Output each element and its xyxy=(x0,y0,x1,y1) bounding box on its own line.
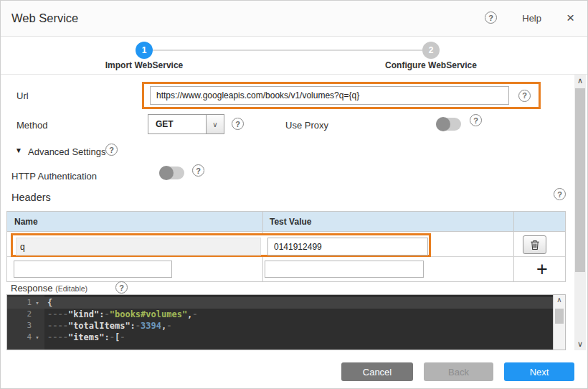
code-text: ----"items":-[- xyxy=(44,332,125,343)
advanced-settings-label[interactable]: Advanced Settings xyxy=(28,146,105,157)
add-header-row-button[interactable]: + xyxy=(531,258,553,281)
editor-gutter: 4▾ xyxy=(7,332,44,343)
editor-line[interactable]: 2----"kind":-"books#volumes",- xyxy=(7,309,553,320)
method-select[interactable]: GET ∨ xyxy=(148,114,224,134)
editor-gutter: 3 xyxy=(7,320,44,332)
editor-scrollbar[interactable]: ∧ xyxy=(553,295,565,350)
http-authentication-help-icon[interactable]: ? xyxy=(192,164,204,177)
trash-icon xyxy=(530,240,540,250)
step-1-circle[interactable]: 1 xyxy=(136,42,153,59)
new-header-name-input[interactable] xyxy=(14,261,172,278)
close-icon[interactable]: × xyxy=(566,9,574,27)
column-header-test-value: Test Value xyxy=(270,217,311,227)
dialog-header: Web Service ? Help × xyxy=(1,1,587,37)
help-link[interactable]: Help xyxy=(522,13,541,24)
fold-spacer xyxy=(32,320,43,332)
scroll-down-icon[interactable]: ∨ xyxy=(574,339,586,349)
help-icon[interactable]: ? xyxy=(485,11,497,24)
editor-line[interactable]: 1▾{ xyxy=(7,297,553,309)
response-editor-lines[interactable]: 1▾{2----"kind":-"books#volumes",-3----"t… xyxy=(7,295,553,350)
column-divider xyxy=(513,212,514,281)
wizard-stepper: 1 2 Import WebService Configure WebServi… xyxy=(1,37,587,75)
response-help-icon[interactable]: ? xyxy=(115,281,128,294)
fold-icon[interactable]: ▾ xyxy=(32,332,43,343)
line-number: 4 xyxy=(7,332,32,343)
line-number: 2 xyxy=(7,309,32,320)
dialog-footer: Cancel Back Next xyxy=(1,350,587,389)
response-editor[interactable]: 1▾{2----"kind":-"books#volumes",-3----"t… xyxy=(6,294,566,350)
cancel-button[interactable]: Cancel xyxy=(341,362,413,381)
line-number: 1 xyxy=(7,297,32,309)
code-text: { xyxy=(44,297,52,309)
chevron-down-icon[interactable]: ∨ xyxy=(206,115,224,133)
line-number: 3 xyxy=(7,320,32,332)
step-2-circle[interactable]: 2 xyxy=(422,42,440,59)
headers-table: Name Test Value q + xyxy=(6,211,566,282)
use-proxy-toggle[interactable] xyxy=(436,118,461,131)
dialog-scrollbar[interactable]: ∧ ∨ xyxy=(574,75,586,350)
editor-scrollbar-thumb[interactable] xyxy=(555,309,564,324)
use-proxy-label: Use Proxy xyxy=(285,120,328,131)
http-authentication-toggle[interactable] xyxy=(159,167,184,179)
step-2-label: Configure WebService xyxy=(352,60,510,70)
dialog-scrollbar-thumb[interactable] xyxy=(575,88,585,272)
method-label: Method xyxy=(16,120,47,131)
http-authentication-label: HTTP Authentication xyxy=(11,171,97,182)
header-test-value-input[interactable] xyxy=(267,238,428,256)
fold-icon[interactable]: ▾ xyxy=(32,297,43,309)
column-header-name: Name xyxy=(14,217,38,227)
new-header-test-value-input[interactable] xyxy=(265,261,424,278)
url-input[interactable] xyxy=(150,86,509,105)
code-text: ----"totalItems":-3394,- xyxy=(44,320,171,332)
method-selected-value: GET xyxy=(148,115,206,133)
step-1-label: Import WebService xyxy=(65,60,223,70)
web-service-dialog: Web Service ? Help × 1 2 Import WebServi… xyxy=(0,0,588,389)
stepper-connector xyxy=(153,50,422,51)
use-proxy-help-icon[interactable]: ? xyxy=(470,114,482,126)
delete-header-row-button[interactable] xyxy=(523,235,546,254)
response-label: Response (Editable) xyxy=(11,283,87,294)
method-help-icon[interactable]: ? xyxy=(232,118,244,130)
advanced-settings-collapse-icon[interactable]: ▼ xyxy=(15,146,22,154)
response-editable-suffix: (Editable) xyxy=(55,284,87,293)
editor-scroll-up-icon[interactable]: ∧ xyxy=(554,296,565,304)
http-authentication-toggle-knob xyxy=(159,166,174,180)
url-highlight-box: ? xyxy=(142,82,541,109)
advanced-settings-help-icon[interactable]: ? xyxy=(105,144,118,156)
editor-line[interactable]: 4▾----"items":-[- xyxy=(7,332,553,343)
dialog-title: Web Service xyxy=(11,11,78,25)
code-text: ----"kind":-"books#volumes",- xyxy=(44,309,198,320)
editor-gutter: 1▾ xyxy=(7,297,44,309)
url-help-icon[interactable]: ? xyxy=(518,90,531,102)
back-button[interactable]: Back xyxy=(424,362,493,381)
fold-spacer xyxy=(32,309,43,320)
editor-gutter: 2 xyxy=(7,309,44,320)
headers-section-title: Headers xyxy=(11,192,51,203)
use-proxy-toggle-knob xyxy=(436,117,450,131)
editor-line[interactable]: 3----"totalItems":-3394,- xyxy=(7,320,553,332)
scroll-up-icon[interactable]: ∧ xyxy=(574,76,586,85)
url-label: Url xyxy=(16,90,29,101)
headers-help-icon[interactable]: ? xyxy=(554,188,566,200)
header-row-highlight-box: q xyxy=(11,233,431,257)
header-name-cell[interactable]: q xyxy=(16,238,261,256)
next-button[interactable]: Next xyxy=(504,362,574,381)
